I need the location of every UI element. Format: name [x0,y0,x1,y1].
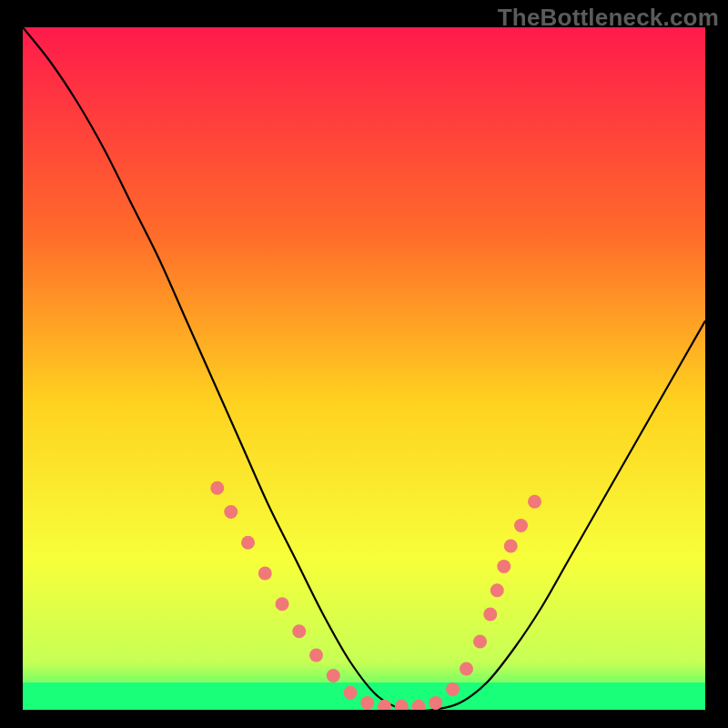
highlight-dot [360,696,374,710]
chart-plot-area [23,27,705,710]
highlight-dot [528,495,541,509]
highlight-dot [258,567,272,581]
highlight-dot [344,686,358,700]
gradient-background [23,27,705,710]
highlight-dot [460,662,473,676]
highlight-dot [309,649,323,662]
highlight-dot [292,624,306,638]
bottleneck-chart [23,27,705,710]
highlight-dot [224,505,238,519]
highlight-dot [483,608,497,622]
highlight-dot [446,682,460,696]
highlight-dot [504,540,518,553]
highlight-dot [241,536,255,550]
highlight-dot [514,519,528,532]
highlight-dot [210,481,224,495]
highlight-dot [490,583,504,597]
highlight-dot [497,560,511,573]
highlight-dot [429,696,442,710]
highlight-dot [473,635,487,649]
highlight-dot [276,597,289,611]
highlight-dot [327,669,340,682]
